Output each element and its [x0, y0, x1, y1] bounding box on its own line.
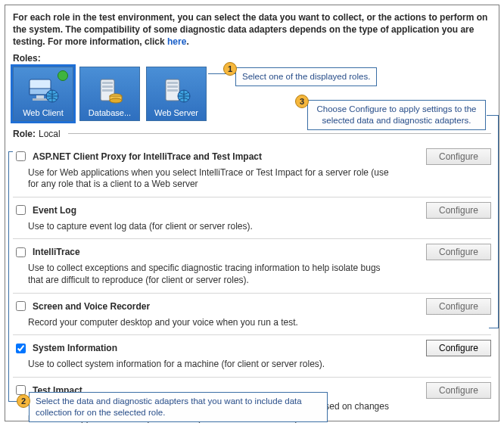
adapter-desc: Record your computer desktop and your vo… — [28, 317, 391, 329]
callout-3: Choose Configure to apply settings to th… — [307, 100, 486, 130]
role-label: Role: — [13, 129, 36, 139]
intro-text: For each role in the test environment, y… — [13, 11, 491, 48]
configure-button[interactable]: Configure — [426, 244, 491, 260]
adapter-title: ASP.NET Client Proxy for IntelliTrace an… — [33, 151, 422, 162]
svg-rect-3 — [33, 98, 48, 101]
callout-2: Select the data and diagnostic adapters … — [29, 392, 328, 422]
status-ok-icon — [58, 70, 68, 81]
callout-1: Select one of the displayed roles. — [235, 67, 377, 86]
svg-rect-6 — [102, 82, 113, 84]
adapter-system-info: System Information Configure Use to coll… — [13, 334, 491, 377]
adapter-checkbox[interactable] — [16, 205, 26, 215]
svg-rect-7 — [102, 86, 113, 88]
svg-rect-2 — [36, 95, 44, 98]
svg-rect-15 — [167, 89, 178, 92]
intro-help-link[interactable]: here — [167, 36, 186, 47]
configure-button[interactable]: Configure — [426, 148, 491, 165]
adapter-list: ASP.NET Client Proxy for IntelliTrace an… — [13, 144, 491, 426]
svg-point-11 — [110, 98, 122, 103]
adapter-desc: Use to collect exceptions and specific d… — [28, 263, 391, 286]
adapter-checkbox[interactable] — [16, 247, 26, 257]
adapter-checkbox[interactable] — [16, 344, 26, 353]
adapter-desc: Use for Web applications when you select… — [28, 167, 391, 191]
adapter-desc: Use to collect system information for a … — [28, 359, 391, 371]
role-tile-label: Web Client — [15, 108, 71, 117]
callout-badge-3: 3 — [295, 95, 309, 108]
role-tile-database[interactable]: Database... — [79, 67, 140, 121]
callout-connector — [487, 115, 499, 116]
configure-button[interactable]: Configure — [426, 340, 491, 356]
roles-label: Roles: — [13, 53, 491, 64]
callout-connector — [8, 151, 13, 152]
role-tile-label: Web Server — [148, 108, 204, 117]
callout-connector — [8, 151, 9, 401]
adapter-event-log: Event Log Configure Use to capture event… — [13, 197, 491, 239]
adapter-title: Screen and Voice Recorder — [33, 301, 422, 312]
adapter-checkbox[interactable] — [16, 151, 26, 161]
callout-badge-2: 2 — [17, 394, 30, 408]
configure-button[interactable]: Configure — [426, 298, 491, 315]
intro-after: . — [186, 36, 188, 47]
callout-connector — [489, 328, 499, 328]
callout-connector — [498, 115, 499, 328]
adapter-title: IntelliTrace — [33, 247, 422, 257]
server-globe-icon — [160, 78, 193, 104]
role-tile-web-client[interactable]: Web Client — [13, 67, 73, 121]
role-value: Local — [39, 129, 61, 139]
server-database-icon — [93, 78, 126, 104]
callout-badge-1: 1 — [223, 62, 237, 76]
adapter-title: System Information — [33, 343, 422, 353]
role-tile-web-server[interactable]: Web Server — [146, 67, 207, 121]
intro-before: For each role in the test environment, y… — [13, 12, 487, 47]
adapter-screen-voice: Screen and Voice Recorder Configure Reco… — [13, 293, 491, 335]
svg-rect-14 — [167, 86, 178, 88]
adapter-desc: Use to capture event log data (for clien… — [28, 221, 391, 233]
monitor-globe-icon — [26, 78, 60, 104]
adapter-checkbox[interactable] — [16, 301, 26, 311]
adapter-intellitrace: IntelliTrace Configure Use to collect ex… — [13, 238, 491, 292]
role-tile-label: Database... — [82, 108, 138, 117]
divider — [68, 133, 491, 134]
adapter-aspnet-proxy: ASP.NET Client Proxy for IntelliTrace an… — [13, 144, 491, 197]
configure-button[interactable]: Configure — [426, 202, 491, 219]
configure-button[interactable]: Configure — [426, 382, 491, 399]
adapter-title: Event Log — [33, 205, 422, 216]
svg-rect-8 — [102, 89, 113, 92]
svg-rect-13 — [167, 82, 178, 84]
